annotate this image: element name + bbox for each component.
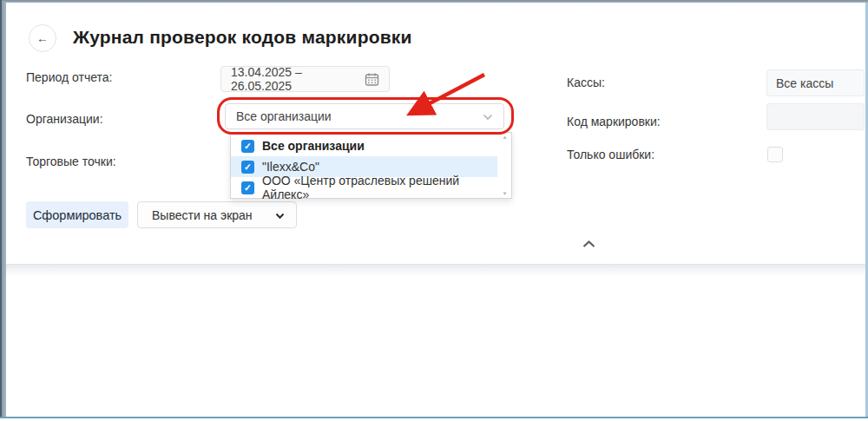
scroll-down-icon[interactable]: ▼	[503, 191, 508, 196]
chevron-down-icon	[275, 208, 285, 222]
errors-only-label: Только ошибки:	[567, 148, 654, 161]
period-field[interactable]: 13.04.2025 – 26.05.2025	[220, 66, 390, 92]
organizations-dropdown-panel: ✓ Все организации ✓ "Ilexx&Co" ✓ ООО «Це…	[230, 132, 512, 199]
dropdown-item-label: ООО «Центр отраслевых решений Айлекс»	[262, 174, 497, 201]
dropdown-item-label: "Ilexx&Co"	[262, 160, 319, 174]
checkbox-checked-icon[interactable]: ✓	[241, 181, 254, 194]
window-left-strip	[2, 3, 6, 417]
period-label: Период отчета:	[26, 70, 112, 84]
cash-registers-label: Кассы:	[567, 76, 605, 89]
marking-code-input[interactable]	[766, 103, 865, 130]
cash-registers-select[interactable]: Все кассы	[766, 69, 865, 96]
dropdown-item-label: Все организации	[262, 139, 365, 153]
window-border-bottom	[0, 417, 868, 418]
back-arrow-icon: ←	[36, 31, 49, 45]
outlets-label: Торговые точки:	[26, 155, 116, 168]
collapse-filters-chevron[interactable]	[579, 237, 598, 251]
chevron-down-icon	[483, 109, 493, 123]
checkbox-checked-icon[interactable]: ✓	[241, 161, 254, 174]
organizations-selected-value: Все организации	[236, 109, 332, 123]
generate-button[interactable]: Сформировать	[26, 201, 128, 228]
cash-registers-value: Все кассы	[776, 76, 833, 90]
window-border-top	[0, 0, 868, 3]
errors-only-checkbox[interactable]	[767, 147, 783, 162]
dropdown-scrollbar[interactable]: ▲ ▼	[500, 135, 510, 196]
output-mode-value: Вывести на экран	[152, 208, 253, 222]
page-title: Журнал проверок кодов маркировки	[73, 27, 412, 48]
organizations-label: Организации:	[26, 112, 103, 126]
window: ← Журнал проверок кодов маркировки Перио…	[0, 0, 868, 421]
section-divider-shadow	[6, 265, 865, 276]
output-mode-select[interactable]: Вывести на экран	[137, 201, 297, 228]
back-button[interactable]: ←	[29, 24, 56, 52]
organizations-select[interactable]: Все организации	[225, 103, 504, 129]
scroll-up-icon[interactable]: ▲	[503, 135, 508, 140]
period-value: 13.04.2025 – 26.05.2025	[231, 65, 365, 93]
dropdown-item-all-organizations[interactable]: ✓ Все организации	[231, 135, 497, 156]
window-border-left	[0, 0, 2, 418]
calendar-icon[interactable]	[365, 72, 379, 87]
marking-code-label: Код маркировки:	[567, 115, 661, 128]
checkbox-checked-icon[interactable]: ✓	[241, 140, 254, 153]
dropdown-item-ooo-ailex[interactable]: ✓ ООО «Центр отраслевых решений Айлекс»	[231, 177, 497, 198]
